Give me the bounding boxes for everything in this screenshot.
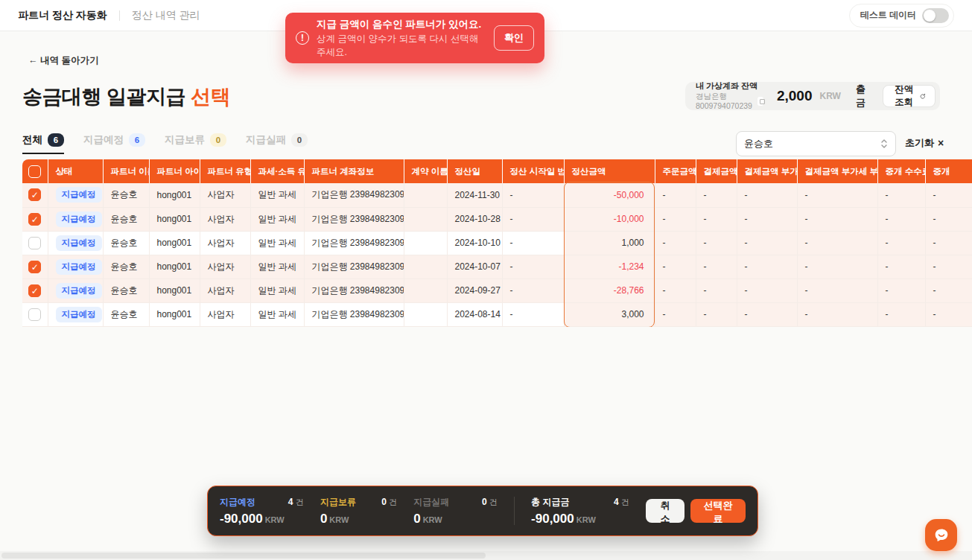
select-all-checkbox[interactable] bbox=[28, 165, 41, 178]
table-header-row: 상태파트너 이름파트너 아이디파트너 유형과세·소득 유형파트너 계좌정보계약 … bbox=[22, 159, 972, 183]
tab-scheduled[interactable]: 지급예정 6 bbox=[83, 132, 145, 153]
partner-id-cell: hong001 bbox=[149, 207, 200, 231]
dash-cell: - bbox=[655, 183, 696, 207]
settlement-table-grid: 상태파트너 이름파트너 아이디파트너 유형과세·소득 유형파트너 계좌정보계약 … bbox=[22, 159, 972, 327]
dash-cell: - bbox=[925, 183, 972, 207]
settlement-date-cell: 2024-10-10 bbox=[447, 231, 502, 255]
withdraw-link[interactable]: 출금 bbox=[856, 83, 868, 109]
nav-divider bbox=[119, 10, 120, 21]
contract-cell bbox=[404, 183, 447, 207]
cancel-button[interactable]: 취소 bbox=[646, 499, 684, 523]
back-link[interactable]: ← 내역 돌아가기 bbox=[28, 54, 98, 67]
summary-held: 지급보류 0 건 0KRW bbox=[320, 496, 397, 526]
dash-cell: - bbox=[655, 255, 696, 279]
table-row: ✓지급예정윤승호hong001사업자일반 과세기업은행 239849823094… bbox=[22, 183, 972, 207]
scrollbar-thumb[interactable] bbox=[1, 553, 486, 559]
tab-all[interactable]: 전체 6 bbox=[22, 132, 64, 153]
column-header: 주문금액 bbox=[655, 159, 696, 183]
dash-cell: - bbox=[877, 302, 925, 326]
partner-name-cell: 윤승호 bbox=[103, 207, 149, 231]
dash-cell: - bbox=[877, 279, 925, 302]
contract-cell bbox=[404, 255, 447, 279]
column-header: 파트너 유형 bbox=[200, 159, 250, 183]
dash-cell: - bbox=[696, 302, 737, 326]
column-header: 계약 이름 bbox=[404, 159, 447, 183]
summary-total: 총 지급금 4 건 -90,000KRW bbox=[531, 496, 629, 526]
column-header: 정산 시작일 범위 bbox=[502, 159, 564, 183]
tax-type-cell: 일반 과세 bbox=[250, 279, 304, 302]
tab-label: 지급실패 bbox=[246, 133, 286, 147]
table-row: 지급예정윤승호hong001사업자일반 과세기업은행 2398498230948… bbox=[22, 231, 972, 255]
page-title-accent: 선택 bbox=[191, 86, 230, 108]
summary-divider bbox=[514, 497, 515, 525]
tab-count-badge: 6 bbox=[48, 133, 64, 147]
column-header: 정산금액 bbox=[564, 159, 655, 183]
contract-cell bbox=[404, 231, 447, 255]
test-data-control: 테스트 데이터 bbox=[849, 4, 954, 28]
range-cell: - bbox=[502, 207, 564, 231]
range-cell: - bbox=[502, 255, 564, 279]
dash-cell: - bbox=[696, 231, 737, 255]
tab-label: 전체 bbox=[22, 133, 42, 147]
partner-select[interactable]: 윤승호 bbox=[736, 131, 896, 156]
reset-label: 초기화 bbox=[905, 136, 934, 150]
range-cell: - bbox=[502, 302, 564, 326]
selection-summary-bar: 지급예정 4 건 -90,000KRW 지급보류 0 건 0KRW 지급실패 0… bbox=[207, 486, 758, 536]
reset-filter-button[interactable]: 초기화 × bbox=[905, 136, 944, 150]
contract-cell bbox=[404, 207, 447, 231]
row-checkbox[interactable]: ✓ bbox=[28, 284, 41, 297]
toast-confirm-button[interactable]: 확인 bbox=[494, 25, 534, 51]
status-cell: 지급예정 bbox=[48, 231, 103, 255]
test-data-toggle[interactable] bbox=[922, 8, 949, 23]
close-icon: × bbox=[938, 137, 944, 149]
dash-cell: - bbox=[737, 255, 797, 279]
dash-cell: - bbox=[925, 302, 972, 326]
partner-type-cell: 사업자 bbox=[200, 207, 250, 231]
column-header: 정산일 bbox=[447, 159, 502, 183]
tab-count-badge: 0 bbox=[291, 133, 308, 147]
range-cell: - bbox=[502, 279, 564, 302]
dash-cell: - bbox=[737, 279, 797, 302]
row-checkbox[interactable] bbox=[28, 237, 41, 249]
chat-widget-button[interactable] bbox=[925, 519, 957, 551]
toggle-knob bbox=[924, 10, 936, 22]
tab-failed[interactable]: 지급실패 0 bbox=[246, 132, 308, 153]
summary-label: 총 지급금 bbox=[531, 496, 569, 509]
copy-icon[interactable] bbox=[757, 97, 763, 106]
balance-refresh-button[interactable]: 잔액 조회 bbox=[883, 85, 936, 107]
tab-count-badge: 0 bbox=[210, 133, 226, 147]
dash-cell: - bbox=[797, 207, 877, 231]
dash-cell: - bbox=[737, 231, 797, 255]
dash-cell: - bbox=[655, 302, 696, 326]
settlement-date-cell: 2024-10-07 bbox=[447, 255, 502, 279]
settlement-amount-cell: -28,766 bbox=[564, 279, 655, 302]
tab-label: 지급보류 bbox=[165, 133, 205, 147]
status-badge: 지급예정 bbox=[56, 307, 102, 322]
row-checkbox[interactable] bbox=[28, 308, 41, 321]
chat-bubble-icon bbox=[933, 526, 950, 544]
nav-item-settlement-history[interactable]: 정산 내역 관리 bbox=[132, 9, 200, 22]
settlement-amount-cell: -1,234 bbox=[564, 255, 655, 279]
tax-type-cell: 일반 과세 bbox=[250, 255, 304, 279]
contract-cell bbox=[404, 302, 447, 326]
row-checkbox[interactable]: ✓ bbox=[28, 261, 41, 273]
page-title-main: 송금대행 일괄지급 bbox=[22, 86, 185, 108]
tab-held[interactable]: 지급보류 0 bbox=[165, 132, 226, 153]
account-cell: 기업은행 2398498230948 bbox=[304, 231, 404, 255]
page-title: 송금대행 일괄지급 선택 bbox=[22, 83, 230, 110]
row-checkbox[interactable]: ✓ bbox=[28, 213, 41, 226]
account-number: 경남은행 8009794070239 bbox=[696, 92, 755, 111]
column-header: 상태 bbox=[48, 159, 103, 183]
row-checkbox[interactable]: ✓ bbox=[28, 188, 41, 201]
tax-type-cell: 일반 과세 bbox=[250, 231, 304, 255]
account-cell: 기업은행 2398498230948 bbox=[304, 302, 404, 326]
settlement-table: 상태파트너 이름파트너 아이디파트너 유형과세·소득 유형파트너 계좌정보계약 … bbox=[22, 159, 972, 327]
dash-cell: - bbox=[655, 207, 696, 231]
horizontal-scrollbar bbox=[0, 551, 972, 560]
confirm-selection-button[interactable]: 선택완료 bbox=[690, 499, 746, 523]
partner-id-cell: hong001 bbox=[149, 255, 200, 279]
balance-account: 경남은행 8009794070239 bbox=[696, 92, 763, 111]
dash-cell: - bbox=[797, 183, 877, 207]
dash-cell: - bbox=[797, 279, 877, 302]
dash-cell: - bbox=[737, 183, 797, 207]
